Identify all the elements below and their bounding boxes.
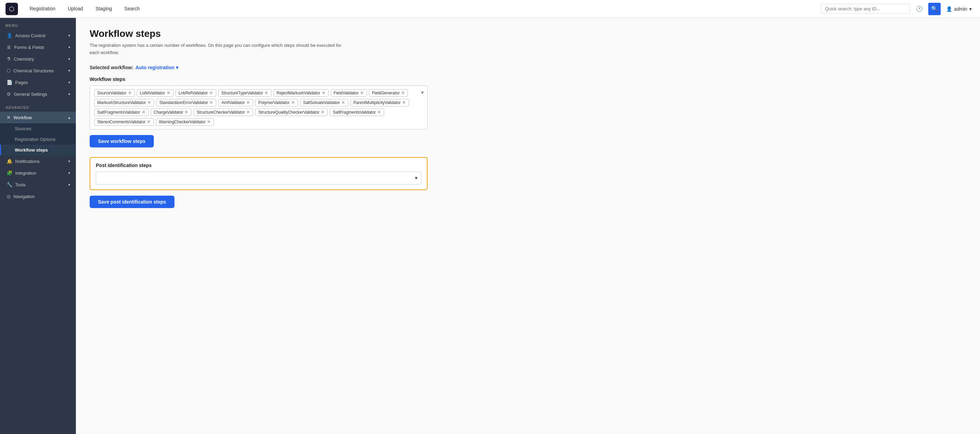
page-description: The registration system has a certain nu… [90,42,352,57]
tag-label: StandardizerErrorValidator [159,100,208,105]
sidebar-item-workflow-steps[interactable]: Workflow steps [0,145,76,155]
workflow-step-tag: AmfValidator✕ [218,99,253,106]
sidebar-item-chemical-structures[interactable]: ⬡ Chemical Structures ▾ [0,65,76,76]
chevron-down-icon: ▾ [68,68,70,73]
tag-label: RejectMarkushValidator [277,90,320,95]
tag-label: SourceValidator [97,90,127,95]
selected-workflow-dropdown[interactable]: Auto registration ▾ [135,65,178,70]
post-id-chevron-icon: ▾ [415,175,418,181]
forms-fields-icon: 🖥 [6,44,11,50]
sidebar-item-tools[interactable]: 🔧 Tools ▾ [0,179,76,190]
search-button[interactable]: 🔍 [928,3,941,15]
sidebar-item-label: Access Control [15,33,45,38]
logo-icon: ⬡ [9,5,14,13]
tag-remove-button[interactable]: ✕ [341,100,345,105]
advanced-section-label: ADVANCED [0,100,76,112]
workflow-step-tag: ParentMultiplicityValidator✕ [350,99,409,106]
search-icon: 🔍 [931,6,938,12]
tag-label: StructureQualityCheckerValidator [258,110,319,115]
sidebar-item-sources[interactable]: Sources [0,123,76,134]
app-logo[interactable]: ⬡ [6,3,18,15]
main-content: Workflow steps The registration system h… [76,18,980,434]
tag-remove-button[interactable]: ✕ [142,110,146,114]
tag-remove-button[interactable]: ✕ [209,90,213,95]
nav-search[interactable]: Search [118,0,146,18]
menu-section-label: MENU [0,18,76,30]
tag-remove-button[interactable]: ✕ [291,100,295,105]
tag-remove-button[interactable]: ✕ [402,100,406,105]
workflow-step-tag: SaltSolvateValidator✕ [300,99,348,106]
tags-chevron-icon[interactable]: ▾ [421,89,424,96]
workflow-step-tag: PolymerValidator✕ [255,99,298,106]
tag-remove-button[interactable]: ✕ [246,100,250,105]
tag-remove-button[interactable]: ✕ [167,90,170,95]
save-post-identification-button[interactable]: Save post identification steps [90,196,175,208]
pages-icon: 📄 [6,79,13,85]
tag-remove-button[interactable]: ✕ [147,120,151,124]
workflow-step-tag: WarningCheckerValidator✕ [156,118,214,126]
workflow-step-tag: FieldGenerator✕ [369,89,408,97]
workflow-step-tag: ChargeValidator✕ [151,109,192,116]
general-settings-icon: ⚙ [6,91,11,97]
workflow-step-tag: LotIdValidator✕ [137,89,173,97]
tag-label: StructureCheckerValidator [197,110,245,115]
integration-icon: 🧩 [6,170,13,176]
tag-label: LnbRefValidator [179,90,208,95]
workflow-step-tag: MarkushStructureValidator✕ [94,99,154,106]
tag-label: SaltSolvateValidator [303,100,340,105]
tag-remove-button[interactable]: ✕ [207,120,211,124]
workflow-icon: ✕ [6,115,11,120]
sidebar-item-notifications[interactable]: 🔔 Notifications ▾ [0,155,76,167]
notifications-icon: 🔔 [6,158,13,164]
tag-remove-button[interactable]: ✕ [322,90,326,95]
tag-label: AmfValidator [221,100,245,105]
tag-remove-button[interactable]: ✕ [246,110,250,114]
workflow-submenu: Sources Registration Options Workflow st… [0,123,76,155]
tag-remove-button[interactable]: ✕ [264,90,268,95]
chevron-down-icon: ▾ [68,45,70,50]
tag-remove-button[interactable]: ✕ [185,110,188,114]
tag-remove-button[interactable]: ✕ [128,90,132,95]
sidebar-item-pages[interactable]: 📄 Pages ▾ [0,76,76,88]
nav-staging[interactable]: Staging [89,0,118,18]
page-layout: MENU 👤 Access Control ▾ 🖥 Forms & Fields… [0,18,980,434]
sidebar-item-registration-options[interactable]: Registration Options [0,134,76,145]
workflow-step-tag: StructureTypeValidator✕ [218,89,271,97]
tag-label: StereoCommentsValidator [97,120,146,124]
sidebar-item-forms-fields[interactable]: 🖥 Forms & Fields ▾ [0,41,76,53]
sidebar-item-navigation[interactable]: ◎ Navigation [0,190,76,202]
nav-upload[interactable]: Upload [62,0,89,18]
topnav: ⬡ Registration Upload Staging Search 🕐 🔍… [0,0,980,18]
chevron-down-icon: ▾ [68,159,70,164]
sidebar-item-workflow[interactable]: ✕ Workflow ▴ [0,112,76,123]
tag-remove-button[interactable]: ✕ [377,110,381,114]
workflow-steps-tags-box[interactable]: SourceValidator✕LotIdValidator✕LnbRefVal… [90,86,428,130]
tag-remove-button[interactable]: ✕ [401,90,405,95]
selected-workflow-row: Selected workflow: Auto registration ▾ [90,65,966,70]
clock-icon-button[interactable]: 🕐 [913,3,926,15]
tag-label: FieldGenerator [372,90,400,95]
sidebar-item-integration[interactable]: 🧩 Integration ▾ [0,167,76,179]
sidebar-item-access-control[interactable]: 👤 Access Control ▾ [0,30,76,41]
tag-remove-button[interactable]: ✕ [209,100,213,105]
tag-label: LotIdValidator [140,90,165,95]
nav-registration[interactable]: Registration [24,0,62,18]
workflow-steps-section-title: Workflow steps [90,76,966,82]
tag-remove-button[interactable]: ✕ [147,100,151,105]
sidebar-item-label: Chemical Structures [13,68,54,73]
sidebar-item-general-settings[interactable]: ⚙ General Settings ▾ [0,88,76,100]
tag-remove-button[interactable]: ✕ [321,110,325,114]
sidebar-item-chemistry[interactable]: ⚗ Chemistry ▾ [0,53,76,65]
sidebar-item-label: Chemistry [14,57,34,62]
workflow-step-tag: SaltFragmentsValidator✕ [94,109,149,116]
page-title: Workflow steps [90,28,966,39]
chevron-down-icon: ▾ [68,57,70,61]
tag-remove-button[interactable]: ✕ [360,90,364,95]
chemical-structures-icon: ⬡ [6,68,11,73]
post-id-dropdown[interactable]: ▾ [96,171,422,185]
user-menu[interactable]: 👤 admin ▾ [943,6,974,12]
sidebar-item-label: Forms & Fields [14,45,44,50]
selected-workflow-value-text: Auto registration [135,65,175,70]
quick-search-input[interactable] [821,4,910,14]
save-workflow-steps-button[interactable]: Save workflow steps [90,135,154,147]
